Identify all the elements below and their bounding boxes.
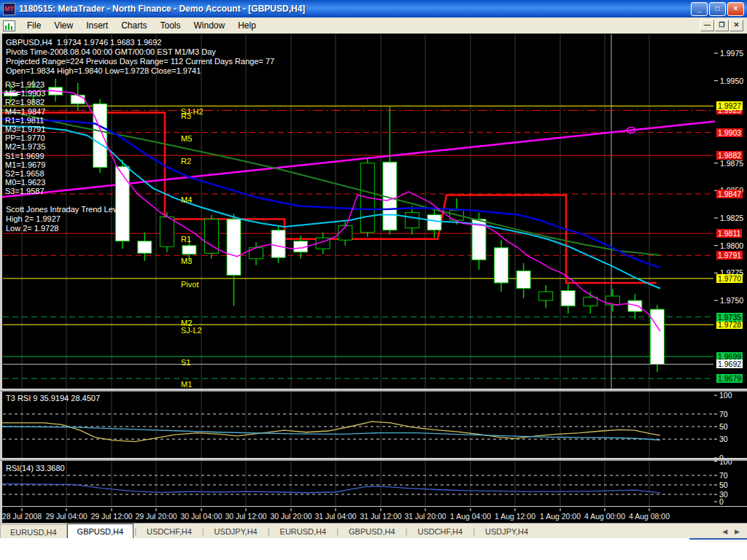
- bottom-blue-line: [689, 538, 747, 540]
- tab-items: EURUSD,H4GBPUSD,H4|USDCHF,H4|USDJPY,H4|E…: [0, 524, 538, 539]
- t3-rsi-yellow-line: [0, 421, 660, 442]
- mdi-minimize-button[interactable]: —: [700, 20, 714, 31]
- candle-body: [650, 309, 664, 364]
- candle-body: [539, 292, 553, 300]
- mdi-close-button[interactable]: ✕: [729, 20, 743, 31]
- candles-layer: [4, 79, 665, 372]
- window-controls: _ □ ×: [691, 2, 747, 16]
- candle-body: [584, 298, 597, 306]
- panel-splitter[interactable]: [0, 458, 747, 461]
- tab-scroll-left-icon[interactable]: ◀: [722, 528, 727, 535]
- price-chart-canvas[interactable]: [0, 34, 747, 523]
- menu-bar[interactable]: FileViewInsertChartsToolsWindowHelp — ❐ …: [0, 18, 747, 34]
- panel-splitter[interactable]: [0, 389, 747, 392]
- menu-item-file[interactable]: File: [20, 19, 47, 32]
- app-icon: MT: [3, 3, 15, 15]
- candle-body: [561, 291, 575, 306]
- menu-item-charts[interactable]: Charts: [115, 19, 153, 32]
- mdi-restore-button[interactable]: ❐: [715, 20, 729, 31]
- chart-tab-gbpusd-h4[interactable]: GBPUSD,H4: [67, 524, 134, 539]
- maximize-button[interactable]: □: [709, 2, 726, 16]
- chart-tab-usdchf-h4[interactable]: USDCHF,H4: [408, 524, 472, 539]
- chart-workspace[interactable]: [0, 34, 747, 523]
- chart-tab-usdchf-h4[interactable]: USDCHF,H4: [137, 524, 201, 539]
- title-bar[interactable]: MT 1180515: MetaTrader - North Finance -…: [0, 0, 747, 18]
- chart-window-icon: [3, 20, 15, 31]
- menu-item-window[interactable]: Window: [187, 19, 232, 32]
- menu-item-tools[interactable]: Tools: [154, 19, 187, 32]
- bottom-strip: [0, 538, 747, 560]
- candle-body: [516, 271, 530, 288]
- minimize-button[interactable]: _: [691, 2, 708, 16]
- panel-bottom-border: [0, 506, 747, 507]
- mdi-window-controls: — ❐ ✕: [700, 20, 747, 31]
- menu-items: FileViewInsertChartsToolsWindowHelp: [20, 19, 263, 32]
- chart-tab-eurusd-h4[interactable]: EURUSD,H4: [0, 524, 67, 539]
- window-left-frame: [0, 34, 2, 523]
- chart-tab-gbpusd-h4[interactable]: GBPUSD,H4: [339, 524, 405, 539]
- tab-scroll-right-icon[interactable]: ▶: [735, 528, 740, 535]
- menu-item-insert[interactable]: Insert: [80, 19, 115, 32]
- candle-body: [160, 217, 174, 247]
- candle-body: [628, 300, 642, 311]
- candle-body: [271, 230, 285, 258]
- candle-body: [115, 166, 129, 241]
- candle-body: [182, 246, 196, 254]
- tab-scroll-arrows: ◀ ▶: [722, 524, 747, 539]
- candle-body: [71, 95, 85, 104]
- chart-tab-usdjpy-h4[interactable]: USDJPY,H4: [205, 524, 267, 539]
- candle-body: [405, 213, 419, 228]
- menu-item-help[interactable]: Help: [231, 19, 263, 32]
- menu-item-view[interactable]: View: [47, 19, 80, 32]
- candle-body: [338, 226, 352, 241]
- candle-body: [138, 241, 152, 254]
- chart-tab-eurusd-h4[interactable]: EURUSD,H4: [271, 524, 336, 539]
- chart-tabs-bar[interactable]: EURUSD,H4GBPUSD,H4|USDCHF,H4|USDJPY,H4|E…: [0, 523, 747, 539]
- candle-body: [495, 248, 508, 283]
- chart-tab-usdjpy-h4[interactable]: USDJPY,H4: [476, 524, 538, 539]
- close-button[interactable]: ×: [727, 2, 744, 16]
- candle-body: [427, 215, 441, 230]
- candle-body: [93, 104, 107, 167]
- rsi-line: [0, 484, 660, 493]
- candle-body: [227, 219, 241, 276]
- window-title: 1180515: MetaTrader - North Finance - De…: [19, 4, 305, 14]
